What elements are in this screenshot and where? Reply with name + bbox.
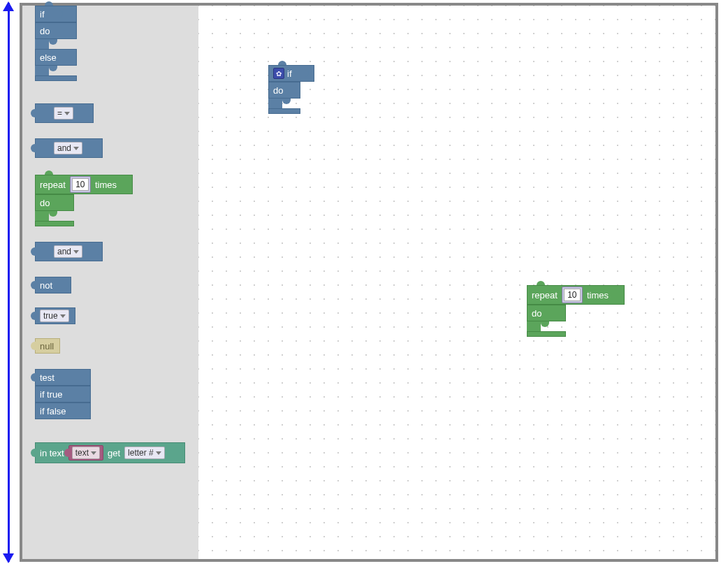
ws-block-if[interactable]: ✿ if do — [268, 65, 314, 114]
chevron-down-icon — [60, 314, 66, 318]
label-do: do — [532, 308, 541, 319]
label-do: do — [40, 198, 50, 208]
label-do: do — [40, 26, 50, 36]
block-ternary[interactable]: test if true if false — [35, 369, 91, 419]
label-if-true: if true — [40, 389, 63, 400]
chevron-down-icon — [91, 451, 96, 455]
compare-op-dropdown[interactable]: = — [54, 107, 73, 119]
toolbox-panel[interactable]: if do else = — [22, 6, 198, 559]
label-get: get — [108, 448, 120, 458]
block-logic-and-2[interactable]: and — [35, 242, 103, 261]
variable-dropdown[interactable]: text — [72, 447, 100, 459]
app-frame: if do else = — [0, 0, 728, 573]
chevron-down-icon — [73, 147, 79, 150]
chevron-down-icon — [156, 451, 161, 455]
boolean-dropdown[interactable]: true — [40, 310, 69, 322]
block-if-else[interactable]: if do else — [35, 6, 77, 81]
label-not: not — [40, 280, 52, 291]
block-text-get-letter[interactable]: in text text get letter # — [35, 442, 185, 463]
block-null[interactable]: null — [35, 338, 60, 354]
vertical-size-arrow — [8, 3, 10, 562]
editor: if do else = — [20, 3, 718, 562]
ws-block-repeat[interactable]: repeat 10 times do — [527, 285, 625, 337]
repeat-count-input[interactable]: 10 — [72, 178, 89, 191]
repeat-count-input[interactable]: 10 — [564, 289, 581, 301]
letter-mode-dropdown[interactable]: letter # — [124, 447, 165, 459]
block-boolean[interactable]: true — [35, 307, 75, 324]
label-else: else — [40, 52, 57, 63]
label-test: test — [40, 372, 54, 383]
label-repeat: repeat — [532, 290, 558, 300]
chevron-down-icon — [73, 250, 79, 254]
logic-op-dropdown[interactable]: and — [54, 142, 82, 154]
block-compare[interactable]: = — [35, 103, 94, 123]
label-if: if — [40, 9, 45, 20]
block-repeat-times[interactable]: repeat 10 times do — [35, 175, 133, 226]
workspace-canvas[interactable]: ✿ if do repeat 10 times — [198, 6, 715, 559]
label-null: null — [40, 341, 54, 351]
label-do: do — [273, 85, 283, 96]
label-in-text: in text — [40, 448, 64, 458]
label-times: times — [587, 290, 609, 300]
chevron-down-icon — [64, 112, 70, 115]
block-not[interactable]: not — [35, 277, 71, 293]
label-if: if — [287, 68, 292, 79]
gear-icon[interactable]: ✿ — [273, 68, 284, 79]
block-logic-and-1[interactable]: and — [35, 138, 103, 158]
label-repeat: repeat — [40, 180, 66, 190]
label-if-false: if false — [40, 406, 66, 416]
label-times: times — [95, 180, 117, 190]
logic-op-dropdown[interactable]: and — [54, 245, 82, 258]
